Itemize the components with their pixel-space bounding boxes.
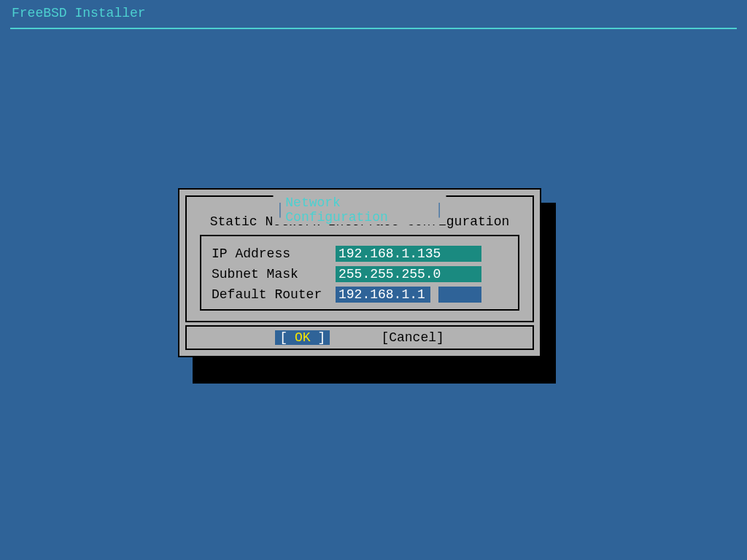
header-divider xyxy=(10,28,737,29)
input-subnet-mask[interactable] xyxy=(336,266,481,282)
button-bar: [OK] [Cancel] xyxy=(185,325,534,350)
field-row-router: Default Router xyxy=(212,284,508,305)
cancel-button[interactable]: [Cancel] xyxy=(381,330,444,345)
label-default-router: Default Router xyxy=(212,287,336,302)
page-title: FreeBSD Installer xyxy=(0,0,747,26)
ok-button[interactable]: [OK] xyxy=(275,330,330,345)
text-cursor xyxy=(430,287,438,303)
form-frame: IP Address Subnet Mask Default Router xyxy=(200,235,519,311)
title-bracket-left: │ xyxy=(276,203,285,217)
label-subnet-mask: Subnet Mask xyxy=(212,267,336,281)
title-bracket-right: │ xyxy=(436,203,444,217)
network-config-dialog: │ Network Configuration │ Static Network… xyxy=(178,188,541,357)
dialog-frame: │ Network Configuration │ Static Network… xyxy=(185,195,534,322)
label-ip-address: IP Address xyxy=(212,246,336,261)
dialog-title-wrap: │ Network Configuration │ xyxy=(274,195,446,225)
field-row-ip: IP Address xyxy=(212,244,508,264)
dialog-title: Network Configuration xyxy=(284,195,435,225)
input-ip-address[interactable] xyxy=(336,246,481,262)
input-default-router[interactable] xyxy=(336,287,481,303)
field-row-subnet: Subnet Mask xyxy=(212,264,508,284)
